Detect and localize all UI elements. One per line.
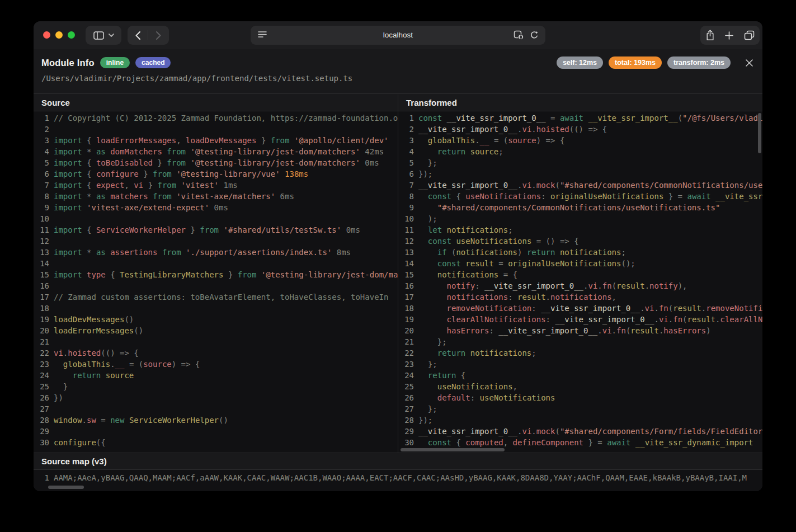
source-code-area[interactable]: 1// Copyright (C) 2012-2025 Zammad Found… xyxy=(34,111,398,453)
new-tab-button[interactable] xyxy=(725,31,733,40)
code-line: 16 notify: __vite_ssr_import_0__.vi.fn(r… xyxy=(399,280,762,291)
code-line: 21 xyxy=(35,336,398,347)
code-line: 6import { configure } from '@testing-lib… xyxy=(35,168,398,180)
transformed-panel-title: Transformed xyxy=(398,95,762,111)
stat-total: total: 193ms xyxy=(609,57,662,69)
sourcemap-line: 1 AAMA;AAeA,yBAAG,QAAQ,MAAM;AACf,aAAW,KA… xyxy=(34,470,762,483)
extension-icon[interactable] xyxy=(514,30,524,40)
code-line: 6}); xyxy=(399,168,762,180)
code-line: 17 notifications: result.notifications, xyxy=(399,291,762,303)
zoom-window-button[interactable] xyxy=(68,31,75,39)
horizontal-scrollbar[interactable] xyxy=(401,448,505,451)
code-line: 5import { toBeDisabled } from '@testing-… xyxy=(35,157,398,168)
code-line: 12 const useNotifications = () => { xyxy=(399,236,762,247)
code-line: 7__vite_ssr_import_0__.vi.mock("#shared/… xyxy=(399,180,762,191)
code-line: 19loadDevMessages() xyxy=(35,314,398,325)
code-line: 20 hasErrors: __vite_ssr_import_0__.vi.f… xyxy=(399,325,762,336)
sourcemap-line-number: 1 xyxy=(35,472,49,483)
code-line: 3import { loadErrorMessages, loadDevMess… xyxy=(35,135,398,146)
chevron-down-icon xyxy=(109,34,114,37)
code-line: 8import * as matchers from 'vitest-axe/m… xyxy=(35,191,398,202)
code-line: 28window.sw = new ServiceWorkerHelper() xyxy=(35,415,398,426)
code-line: 27 xyxy=(35,403,398,415)
code-line: 7import { expect, vi } from 'vitest' 1ms xyxy=(35,180,398,191)
code-line: 29__vite_ssr_import_0__.vi.mock("#shared… xyxy=(399,426,762,437)
code-line: 9import 'vitest-axe/extend-expect' 0ms xyxy=(35,202,398,213)
module-info-header: Module Info inline cached self: 12ms tot… xyxy=(34,49,762,94)
code-line: 25 } xyxy=(35,381,398,392)
code-line: 15import type { TestingLibraryMatchers }… xyxy=(35,269,398,280)
code-line: 2__vite_ssr_import_0__.vi.hoisted(() => … xyxy=(399,124,762,135)
badge-inline: inline xyxy=(100,57,130,68)
vertical-scrollbar[interactable] xyxy=(758,113,761,153)
code-line: 12 xyxy=(35,236,398,247)
code-line: 11 let notifications; xyxy=(399,224,762,236)
code-line: 22vi.hoisted(() => { xyxy=(35,347,398,359)
browser-window: localhost xyxy=(34,21,762,491)
code-line: 13 if (notifications) return notificatio… xyxy=(399,247,762,258)
code-line: 16 xyxy=(35,280,398,291)
code-line: 28}); xyxy=(399,415,762,426)
code-line: 13import * as assertions from './support… xyxy=(35,247,398,258)
code-line: 17// Zammad custom assertions: toBeAvata… xyxy=(35,291,398,303)
sidebar-toggle-button[interactable] xyxy=(86,26,121,45)
code-line: 4import * as domMatchers from '@testing-… xyxy=(35,146,398,157)
code-line: 14 const result = originalUseNotificatio… xyxy=(399,258,762,269)
sidebar-icon xyxy=(93,31,104,40)
traffic-lights xyxy=(43,31,75,39)
stat-transform: transform: 2ms xyxy=(667,57,731,69)
code-panels: Source 1// Copyright (C) 2012-2025 Zamma… xyxy=(34,95,762,453)
sourcemap-scrollbar[interactable] xyxy=(48,486,84,489)
code-line: 15 notifications = { xyxy=(399,269,762,280)
code-line: 26}) xyxy=(35,392,398,403)
code-line: 3 globalThis.__ = (source) => { xyxy=(399,135,762,146)
share-button[interactable] xyxy=(705,30,715,41)
code-line: 29 xyxy=(35,426,398,437)
code-line: 27 }; xyxy=(399,403,762,415)
badge-cached: cached xyxy=(135,57,171,68)
code-line: 14 xyxy=(35,258,398,269)
forward-button[interactable] xyxy=(148,26,168,45)
toolbar-right-buttons xyxy=(700,26,760,45)
stat-self: self: 12ms xyxy=(557,57,603,69)
code-line: 11import { ServiceWorkerHelper } from '#… xyxy=(35,224,398,236)
transformed-panel: Transformed 1const __vite_ssr_import_0__… xyxy=(398,95,762,453)
code-line: 26 default: useNotifications xyxy=(399,392,762,403)
code-line: 21 }; xyxy=(399,336,762,347)
screen: localhost xyxy=(0,0,796,532)
code-line: 1const __vite_ssr_import_0__ = await __v… xyxy=(399,112,762,124)
transformed-code-area[interactable]: 1const __vite_ssr_import_0__ = await __v… xyxy=(398,111,762,453)
code-line: 30configure({ xyxy=(35,437,398,448)
code-line: 10 xyxy=(35,213,398,224)
source-panel-title: Source xyxy=(34,95,398,111)
code-line: 10 ); xyxy=(399,213,762,224)
sourcemap-section: Source map (v3) 1 AAMA;AAeA,yBAAG,QAAQ,M… xyxy=(34,453,762,491)
code-line: 1// Copyright (C) 2012-2025 Zammad Found… xyxy=(35,112,398,124)
code-line: 23 }; xyxy=(399,359,762,370)
code-line: 18 xyxy=(35,303,398,314)
sourcemap-title: Source map (v3) xyxy=(34,453,762,470)
code-line: 20loadErrorMessages() xyxy=(35,325,398,336)
code-line: 30 const { computed, defineComponent } =… xyxy=(399,437,762,448)
code-line: 19 clearAllNotifications: __vite_ssr_imp… xyxy=(399,314,762,325)
url-bar[interactable]: localhost xyxy=(251,26,545,45)
reload-button[interactable] xyxy=(530,31,539,40)
code-line: 24 return { xyxy=(399,370,762,381)
code-line: 9 "#shared/components/CommonNotification… xyxy=(399,202,762,213)
url-text: localhost xyxy=(251,26,545,45)
sourcemap-mappings: AAMA;AAeA,yBAAG,QAAQ,MAAM;AACf,aAAW,KAAK… xyxy=(54,472,762,483)
code-line: 18 removeNotification: __vite_ssr_import… xyxy=(399,303,762,314)
back-button[interactable] xyxy=(128,26,148,45)
page-title: Module Info xyxy=(41,58,95,68)
browser-toolbar: localhost xyxy=(34,21,762,49)
minimize-window-button[interactable] xyxy=(55,31,63,39)
code-line: 25 useNotifications, xyxy=(399,381,762,392)
close-window-button[interactable] xyxy=(43,31,50,39)
nav-buttons xyxy=(128,26,169,45)
code-line: 24 return source xyxy=(35,370,398,381)
code-line: 2 xyxy=(35,124,398,135)
source-panel: Source 1// Copyright (C) 2012-2025 Zamma… xyxy=(34,95,398,453)
tabs-overview-icon[interactable] xyxy=(744,30,755,40)
close-icon[interactable] xyxy=(745,59,753,67)
code-line: 23 globalThis.__ = (source) => { xyxy=(35,359,398,370)
